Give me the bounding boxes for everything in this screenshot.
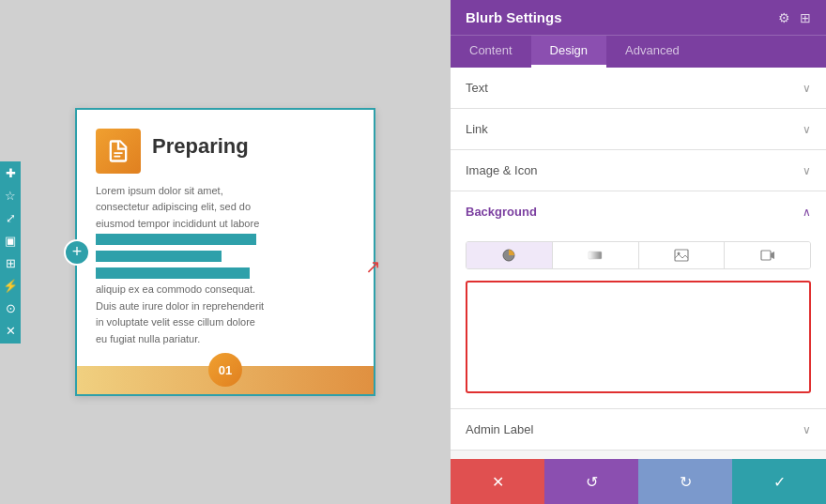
section-link: Link ∨ [451,109,826,150]
svg-rect-0 [114,152,122,154]
svg-rect-4 [675,250,688,261]
gradient-icon [588,248,603,263]
video-icon [760,248,775,263]
svg-rect-1 [114,155,120,157]
cancel-button[interactable]: ✕ [451,459,544,504]
section-background-label: Background [466,205,537,219]
blurb-card: + Preparing Lorem ipsum dolor sit amet, … [75,108,375,397]
blurb-title: Preparing [152,129,249,159]
panel-header-icons: ⚙ ⊞ [778,10,811,25]
add-element-button[interactable]: + [64,239,90,266]
section-image-label: Image & Icon [466,163,538,177]
action-bar: ✕ ↺ ↻ ✓ [451,459,826,504]
tab-content[interactable]: Content [451,36,531,68]
blurb-icon [96,129,141,174]
section-text-header[interactable]: Text ∨ [451,68,826,108]
canvas-area: ✚ ☆ ⤢ ▣ ⊞ ⚡ ⊙ ✕ + Preparing Lo [0,0,451,504]
arrow-indicator: ↗ [365,255,381,278]
power-tool[interactable]: ⚡ [2,278,19,295]
section-background-header[interactable]: Background ∧ [451,191,826,232]
link-chevron-icon: ∨ [803,123,811,136]
grid-tool[interactable]: ▣ [2,233,19,250]
left-toolbar: ✚ ☆ ⤢ ▣ ⊞ ⚡ ⊙ ✕ [0,161,21,344]
image-icon [674,248,689,263]
color-picker-area[interactable] [466,281,811,393]
admin-chevron-icon: ∨ [803,423,811,436]
tab-design[interactable]: Design [531,36,606,68]
reset-button[interactable]: ↺ [544,459,638,504]
settings-panel: Blurb Settings ⚙ ⊞ Content Design Advanc… [451,0,826,504]
settings-content: Text ∨ Link ∨ Image & Icon ∨ Background … [451,68,826,459]
section-admin-label-text: Admin Label [466,422,533,436]
image-chevron-icon: ∨ [803,164,811,177]
panel-tabs: Content Design Advanced [451,35,826,68]
save-button[interactable]: ✓ [732,459,826,504]
text-chevron-icon: ∨ [803,82,811,95]
section-admin-header[interactable]: Admin Label ∨ [451,409,826,450]
section-admin-label: Admin Label ∨ [451,409,826,451]
bg-tab-gradient[interactable] [553,242,639,268]
tab-advanced[interactable]: Advanced [606,36,698,68]
bg-type-tabs [466,241,811,269]
expand-icon[interactable]: ⊞ [800,10,811,25]
section-image-icon: Image & Icon ∨ [451,150,826,191]
bg-tab-color[interactable] [467,242,553,268]
number-badge: 01 [208,353,242,387]
section-text-label: Text [466,81,488,95]
section-link-header[interactable]: Link ∨ [451,109,826,149]
color-swatch-icon [501,248,516,263]
panel-header: Blurb Settings ⚙ ⊞ [451,0,826,35]
close-tool[interactable]: ✕ [2,323,19,340]
section-link-label: Link [466,122,488,136]
bg-tab-image[interactable] [639,242,726,268]
background-content [451,232,826,408]
background-chevron-icon: ∧ [803,206,811,219]
settings-icon[interactable]: ⚙ [778,10,790,25]
blurb-text: Lorem ipsum dolor sit amet, consectetur … [96,183,264,348]
move-tool[interactable]: ⤢ [2,210,19,227]
star-tool[interactable]: ☆ [2,188,19,205]
section-text: Text ∨ [451,68,826,109]
settings-tool[interactable]: ⊙ [2,300,19,317]
redo-button[interactable]: ↻ [638,459,732,504]
svg-rect-6 [761,251,771,260]
section-background: Background ∧ [451,191,826,409]
section-image-header[interactable]: Image & Icon ∨ [451,150,826,191]
add-tool[interactable]: ✚ [2,165,19,182]
layout-tool[interactable]: ⊞ [2,255,19,272]
document-icon [105,138,131,164]
svg-rect-3 [589,252,602,259]
panel-title: Blurb Settings [466,9,562,25]
bg-tab-video[interactable] [725,242,810,268]
